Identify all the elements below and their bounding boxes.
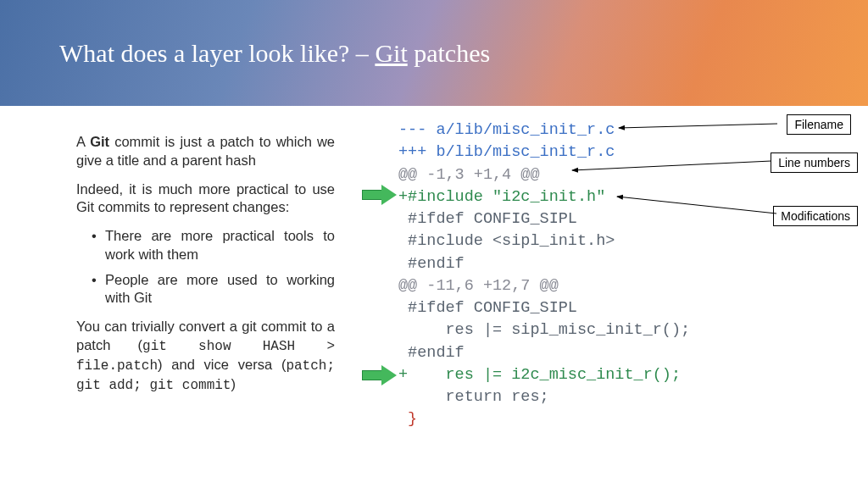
diff-brace: }	[398, 410, 417, 428]
list-item: There are more practical tools to work w…	[92, 227, 335, 264]
left-column: A Git commit is just a patch to which we…	[0, 106, 356, 488]
diff-context-line: return res;	[398, 388, 549, 406]
pointer-arrow-icon	[362, 185, 398, 203]
paragraph-2: Indeed, it is much more practical to use…	[76, 180, 335, 218]
diff-code-block: --- a/lib/misc_init_r.c +++ b/lib/misc_i…	[398, 119, 690, 431]
title-banner: What does a layer look like? – Git patch…	[0, 0, 868, 106]
label-filename: Filename	[787, 114, 851, 135]
diff-added-line: +#include "i2c_init.h"	[398, 188, 605, 206]
diff-context-line: #ifdef CONFIG_SIPL	[398, 210, 577, 228]
diff-minus-file: --- a/lib/misc_init_r.c	[398, 121, 615, 139]
diff-hunk-header: @@ -1,3 +1,4 @@	[398, 166, 540, 184]
diff-added-line: + res |= i2c_misc_init_r();	[398, 366, 681, 384]
paragraph-3: You can trivially convert a git commit t…	[76, 318, 335, 395]
title-underline: Git	[375, 39, 407, 67]
diff-hunk-header: @@ -11,6 +12,7 @@	[398, 277, 559, 295]
diff-context-line: #ifdef CONFIG_SIPL	[398, 299, 577, 317]
list-item: People are more used to working with Git	[92, 271, 335, 308]
diff-context-line: #include <sipl_init.h>	[398, 232, 615, 250]
label-modifications: Modifications	[773, 206, 858, 226]
diff-plus-file: +++ b/lib/misc_init_r.c	[398, 143, 615, 161]
diff-context-line: res |= sipl_misc_init_r();	[398, 321, 690, 339]
right-column: --- a/lib/misc_init_r.c +++ b/lib/misc_i…	[356, 106, 868, 488]
content-area: A Git commit is just a patch to which we…	[0, 106, 868, 488]
slide-title: What does a layer look like? – Git patch…	[59, 39, 490, 68]
diff-context-line: #endif	[398, 255, 465, 273]
pointer-arrow-icon	[362, 365, 398, 384]
diff-context-line: #endif	[398, 344, 465, 362]
bullet-list: There are more practical tools to work w…	[76, 227, 335, 308]
label-line-numbers: Line numbers	[771, 152, 858, 173]
title-post: patches	[408, 39, 490, 67]
title-pre: What does a layer look like? –	[59, 39, 375, 67]
paragraph-1: A Git commit is just a patch to which we…	[76, 133, 335, 170]
